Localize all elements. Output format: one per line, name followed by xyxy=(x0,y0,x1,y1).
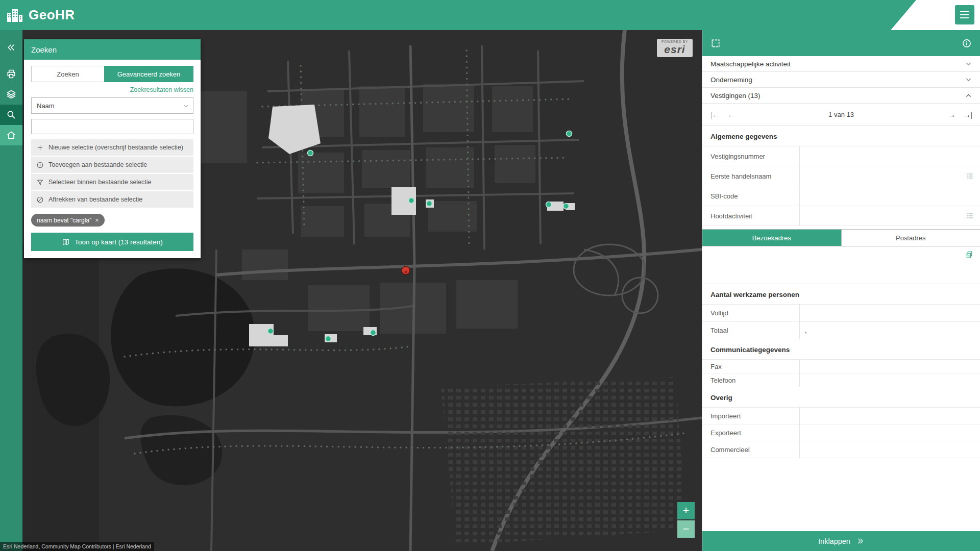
tab-zoeken[interactable]: Zoeken xyxy=(31,66,104,82)
field-value xyxy=(799,186,980,206)
double-chevron-left-icon xyxy=(6,42,16,53)
filter-icon xyxy=(36,179,44,186)
map-marker[interactable] xyxy=(308,151,313,156)
search-tool-button[interactable] xyxy=(0,105,22,125)
field-label: Commercieel xyxy=(702,446,799,454)
field-value xyxy=(799,424,980,441)
accordion-label: Onderneming xyxy=(710,76,752,84)
zoom-out-button[interactable]: − xyxy=(677,520,695,538)
field-value xyxy=(799,408,980,424)
related-records-icon[interactable] xyxy=(966,212,974,220)
section-title-overig: Overig xyxy=(702,387,980,408)
select-extent-icon[interactable] xyxy=(710,38,721,48)
option-subtract-from-selection[interactable]: Aftrekken van bestaande selectie xyxy=(31,191,193,208)
next-record-button[interactable]: → xyxy=(948,110,955,119)
previous-record-button[interactable]: ← xyxy=(727,110,734,119)
accordion-vestigingen[interactable]: Vestigingen (13) xyxy=(702,88,980,104)
field-label: Exporteert xyxy=(702,429,799,437)
field-value: , xyxy=(799,322,980,339)
chevron-up-icon xyxy=(965,92,972,99)
tab-geavanceerd-zoeken[interactable]: Geavanceerd zoeken xyxy=(104,66,193,82)
details-topbar xyxy=(702,30,980,56)
tab-postadres[interactable]: Postadres xyxy=(842,230,980,246)
related-records-icon[interactable] xyxy=(966,172,974,180)
field-row-exporteert: Exporteert xyxy=(702,424,980,441)
accordion-maatschappelijke-activiteit[interactable]: Maatschappelijke activiteit xyxy=(702,56,980,72)
field-label: Fax xyxy=(702,363,799,370)
field-label: Hoofdactiviteit xyxy=(702,212,799,220)
selection-mode-options: Nieuwe selectie (overschrijf bestaande s… xyxy=(31,139,193,208)
app-logo: GeoHR xyxy=(6,7,75,23)
collapse-panel-button[interactable]: Inklappen xyxy=(702,531,980,551)
hamburger-menu-button[interactable] xyxy=(955,5,974,24)
option-select-within-selection[interactable]: Selecteer binnen bestaande selectie xyxy=(31,174,193,190)
show-on-map-button[interactable]: Toon op kaart (13 resultaten) xyxy=(31,233,193,251)
left-toolbar xyxy=(0,30,22,551)
collapse-sidebar-button[interactable] xyxy=(0,37,22,58)
details-panel: Maatschappelijke activiteit Onderneming … xyxy=(702,30,980,551)
accordion-onderneming[interactable]: Onderneming xyxy=(702,72,980,88)
double-chevron-right-icon xyxy=(856,537,864,545)
field-row-fax: Fax xyxy=(702,360,980,373)
field-row-hoofdactiviteit: Hoofdactiviteit xyxy=(702,206,980,226)
section-title-communicatiegegevens: Communicatiegegevens xyxy=(702,339,980,360)
print-button[interactable] xyxy=(0,64,22,84)
zoom-in-button[interactable]: + xyxy=(677,502,695,519)
field-label: Importeert xyxy=(702,412,799,420)
section-title-algemene-gegevens: Algemene gegevens xyxy=(702,126,980,146)
chevron-down-icon xyxy=(965,77,972,83)
address-tabs: Bezoekadres Postadres xyxy=(702,229,980,246)
search-panel-body: Zoeken Geavanceerd zoeken Zoekresultaten… xyxy=(24,60,201,258)
search-field-select[interactable]: Naam xyxy=(31,97,193,114)
map-marker[interactable] xyxy=(326,336,331,342)
plus-circle-icon xyxy=(36,161,44,169)
field-label: Totaal xyxy=(702,327,799,334)
filter-chip[interactable]: naam bevat "cargla" × xyxy=(31,214,105,227)
option-label: Toevoegen aan bestaande selectie xyxy=(48,161,147,168)
search-panel-title: Zoeken xyxy=(24,39,201,60)
map-marker[interactable] xyxy=(564,204,569,209)
layers-button[interactable] xyxy=(0,84,22,105)
record-counter: 1 van 13 xyxy=(743,111,940,118)
clear-results-link[interactable]: Zoekresultaten wissen xyxy=(31,86,193,93)
tab-bezoekadres[interactable]: Bezoekadres xyxy=(702,230,842,246)
field-value xyxy=(799,441,980,458)
app-header: GeoHR xyxy=(0,0,980,30)
map-marker[interactable] xyxy=(409,198,414,204)
first-record-button[interactable]: |← xyxy=(710,110,719,119)
map-marker[interactable] xyxy=(567,131,572,137)
copy-address-icon[interactable] xyxy=(965,251,973,259)
home-icon xyxy=(6,130,16,140)
plus-icon xyxy=(36,144,44,152)
field-row-commercieel: Commercieel xyxy=(702,441,980,458)
record-pagination: |← ← 1 van 13 → →| xyxy=(702,104,980,126)
map-marker[interactable] xyxy=(546,202,552,208)
search-term-input[interactable] xyxy=(31,119,193,134)
option-add-to-selection[interactable]: Toevoegen aan bestaande selectie xyxy=(31,157,193,173)
map-marker[interactable] xyxy=(371,330,376,336)
accordion-label: Vestigingen (13) xyxy=(710,92,761,99)
slash-circle-icon xyxy=(36,196,44,204)
map-marker[interactable] xyxy=(268,329,274,334)
layers-icon xyxy=(6,89,16,99)
chip-close-icon[interactable]: × xyxy=(95,216,99,224)
info-icon[interactable] xyxy=(962,38,972,48)
last-record-button[interactable]: →| xyxy=(963,110,972,119)
esri-logo-text: esri xyxy=(662,44,688,55)
option-label: Nieuwe selectie (overschrijf bestaande s… xyxy=(48,144,183,151)
option-new-selection[interactable]: Nieuwe selectie (overschrijf bestaande s… xyxy=(31,139,193,156)
selected-marker[interactable] xyxy=(402,266,410,274)
option-label: Selecteer binnen bestaande selectie xyxy=(48,179,152,186)
option-label: Aftrekken van bestaande selectie xyxy=(48,196,142,203)
search-panel: Zoeken Zoeken Geavanceerd zoeken Zoekres… xyxy=(24,39,201,258)
map-attribution: Esri Nederland, Community Map Contributo… xyxy=(0,542,154,551)
home-button[interactable] xyxy=(0,125,22,145)
map-marker[interactable] xyxy=(427,201,432,207)
app-title: GeoHR xyxy=(29,7,75,23)
field-row-eerste-handelsnaam: Eerste handelsnaam xyxy=(702,166,980,186)
collapse-panel-label: Inklappen xyxy=(818,537,850,545)
buildings-logo-icon xyxy=(6,8,23,23)
field-label: Telefoon xyxy=(702,377,799,384)
field-row-sbi-code: SBI-code xyxy=(702,186,980,206)
search-icon xyxy=(6,110,16,120)
